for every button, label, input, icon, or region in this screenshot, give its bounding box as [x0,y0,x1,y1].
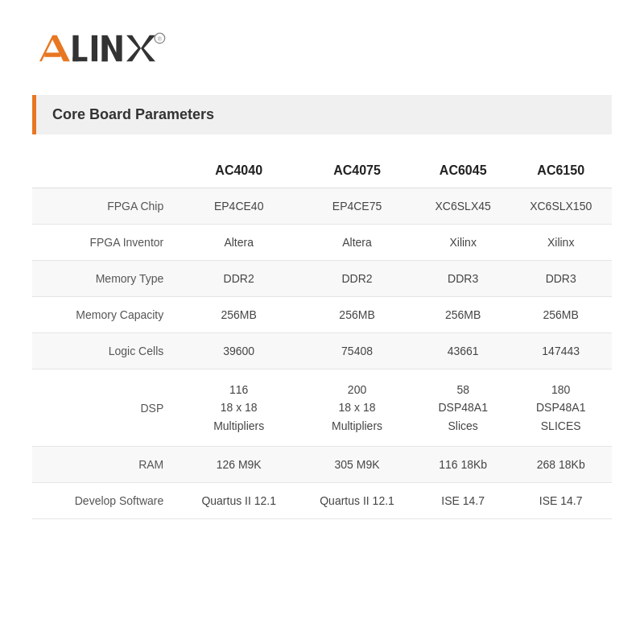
row-cell: Altera [298,225,416,261]
row-cell: ISE 14.7 [510,483,612,519]
row-cell: 11618 x 18Multipliers [180,369,298,447]
row-cell: 268 18Kb [510,447,612,483]
params-table: AC4040 AC4075 AC6045 AC6150 FPGA ChipEP4… [32,154,612,519]
page-wrapper: ® Core Board Parameters AC4040 AC4075 AC… [0,0,644,644]
col-header-ac4040: AC4040 [180,154,298,188]
table-row: Logic Cells396007540843661147443 [32,333,612,369]
row-cell: DDR2 [180,261,298,297]
row-cell: DDR2 [298,261,416,297]
row-label: Logic Cells [32,333,180,369]
row-cell: XC6SLX150 [510,188,612,225]
row-cell: 116 18Kb [416,447,510,483]
row-cell: 256MB [416,297,510,333]
header-bar: Core Board Parameters [32,95,612,134]
row-cell: Xilinx [416,225,510,261]
table-row: DSP11618 x 18Multipliers20018 x 18Multip… [32,369,612,447]
table-row: FPGA ChipEP4CE40EP4CE75XC6SLX45XC6SLX150 [32,188,612,225]
svg-rect-4 [92,35,97,61]
row-label: FPGA Chip [32,188,180,225]
table-row: Memory TypeDDR2DDR2DDR3DDR3 [32,261,612,297]
svg-rect-1 [44,52,60,56]
row-label: Memory Capacity [32,297,180,333]
svg-text:®: ® [158,35,163,43]
row-label: Memory Type [32,261,180,297]
table-row: FPGA InventorAlteraAlteraXilinxXilinx [32,225,612,261]
row-cell: Quartus II 12.1 [298,483,416,519]
row-cell: 147443 [510,333,612,369]
row-cell: 126 M9K [180,447,298,483]
table-row: Develop SoftwareQuartus II 12.1Quartus I… [32,483,612,519]
row-label: Develop Software [32,483,180,519]
col-header-ac4075: AC4075 [298,154,416,188]
svg-marker-0 [39,35,70,61]
row-cell: EP4CE40 [180,188,298,225]
row-cell: 180DSP48A1SLICES [510,369,612,447]
row-cell: 75408 [298,333,416,369]
row-cell: 256MB [180,297,298,333]
row-cell: 20018 x 18Multipliers [298,369,416,447]
svg-marker-7 [126,35,155,61]
row-cell: 256MB [510,297,612,333]
row-cell: 58DSP48A1Slices [416,369,510,447]
row-cell: DDR3 [510,261,612,297]
row-label: DSP [32,369,180,447]
header-title: Core Board Parameters [52,106,214,122]
svg-rect-3 [72,57,87,61]
row-cell: Xilinx [510,225,612,261]
row-cell: XC6SLX45 [416,188,510,225]
row-label: RAM [32,447,180,483]
row-cell: Altera [180,225,298,261]
alinx-logo: ® [32,24,177,72]
table-row: RAM126 M9K305 M9K116 18Kb268 18Kb [32,447,612,483]
row-cell: Quartus II 12.1 [180,483,298,519]
col-header-ac6150: AC6150 [510,154,612,188]
row-cell: 305 M9K [298,447,416,483]
col-header-label [32,154,180,188]
row-label: FPGA Inventor [32,225,180,261]
col-header-ac6045: AC6045 [416,154,510,188]
table-header-row: AC4040 AC4075 AC6045 AC6150 [32,154,612,188]
logo-area: ® [32,24,612,76]
row-cell: 39600 [180,333,298,369]
row-cell: 256MB [298,297,416,333]
table-row: Memory Capacity256MB256MB256MB256MB [32,297,612,333]
table-body: FPGA ChipEP4CE40EP4CE75XC6SLX45XC6SLX150… [32,188,612,519]
row-cell: 43661 [416,333,510,369]
row-cell: DDR3 [416,261,510,297]
row-cell: ISE 14.7 [416,483,510,519]
row-cell: EP4CE75 [298,188,416,225]
